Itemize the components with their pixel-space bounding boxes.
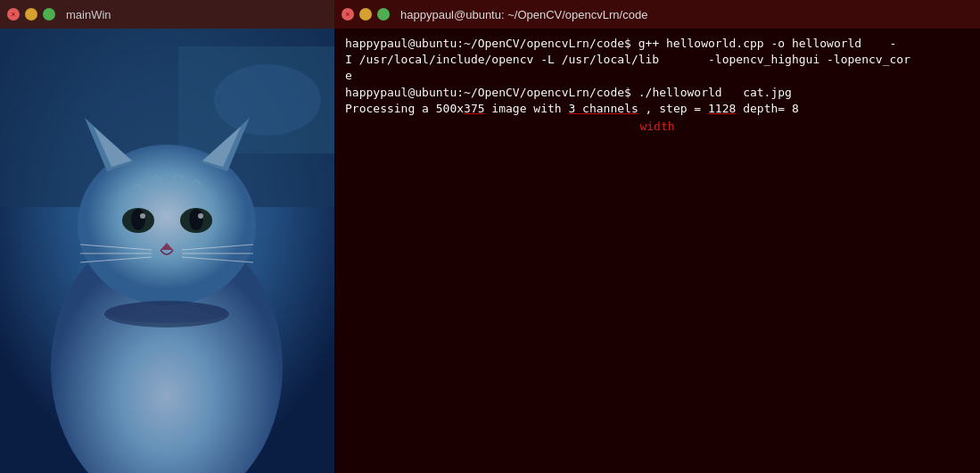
terminal-content: happypaul@ubuntu:~/OpenCV/opencvLrn/code… [334,29,980,473]
underline-channels: 3 channels [568,102,638,115]
terminal-window-controls: × [342,8,390,21]
terminal-line-1: happypaul@ubuntu:~/OpenCV/opencvLrn/code… [345,36,969,52]
image-window: × mainWin [0,0,334,473]
svg-rect-25 [0,29,334,473]
terminal-title: happypaul@ubuntu: ~/OpenCV/opencvLrn/cod… [400,8,647,21]
terminal-output-line: Processing a 500x375 image with 3 channe… [345,101,969,117]
minimize-button[interactable] [25,8,37,21]
command-2: I /usr/local/include/opencv -L /usr/loca… [345,53,910,66]
terminal-minimize-button[interactable] [359,8,372,21]
maximize-button[interactable] [43,8,55,21]
image-titlebar: × mainWin [0,0,334,29]
image-window-controls: × [7,8,55,21]
terminal-window: × happypaul@ubuntu: ~/OpenCV/opencvLrn/c… [334,0,980,473]
command-1: g++ helloworld.cpp -o helloworld - [638,37,897,50]
close-button[interactable]: × [7,8,20,21]
image-window-title: mainWin [66,8,111,21]
cat-svg [0,29,334,473]
terminal-close-button[interactable]: × [342,8,354,21]
command-3: e [345,69,352,82]
prompt-2: happypaul@ubuntu:~/OpenCV/opencvLrn/code… [345,86,638,99]
underline-step: 1128 [708,102,736,115]
terminal-line-4: happypaul@ubuntu:~/OpenCV/opencvLrn/code… [345,85,969,101]
terminal-maximize-button[interactable] [377,8,390,21]
terminal-width-label: width [639,120,674,133]
prompt-1: happypaul@ubuntu:~/OpenCV/opencvLrn/code… [345,37,638,50]
terminal-line-3: e [345,68,969,84]
terminal-line-2: I /usr/local/include/opencv -L /usr/loca… [345,52,969,68]
command-4: ./helloworld cat.jpg [638,86,792,99]
image-container [0,29,334,473]
terminal-titlebar: × happypaul@ubuntu: ~/OpenCV/opencvLrn/c… [334,0,980,29]
underline-375: 375 [464,102,484,115]
cat-image [0,29,334,473]
